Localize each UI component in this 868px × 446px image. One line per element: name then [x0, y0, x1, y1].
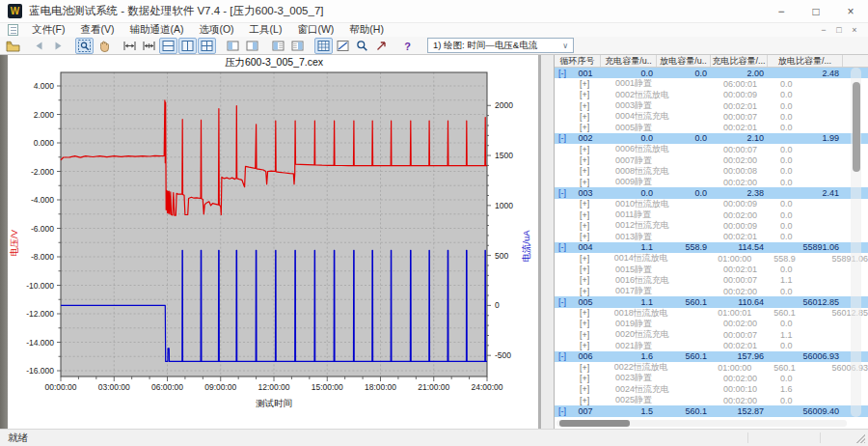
menu-item-2[interactable]: 辅助通道(A): [122, 23, 191, 37]
expand-x-icon[interactable]: [121, 38, 139, 54]
menu-item-1[interactable]: 查看(V): [72, 23, 122, 37]
plot-type-dropdown[interactable]: 1) 绘图: 时间—电压&电流 ∨: [427, 38, 574, 53]
zoom-icon[interactable]: [353, 38, 371, 54]
step-value: 0.0: [769, 341, 827, 350]
step-row[interactable]: [+]0005静置00:02:010.0: [555, 122, 868, 132]
column-header-1[interactable]: 充电容量/u..: [601, 55, 657, 67]
step-value: 0.0: [769, 221, 827, 231]
expand-toggle-icon[interactable]: [+]: [580, 112, 615, 122]
expand-toggle-icon[interactable]: [+]: [580, 287, 615, 296]
expand-toggle-icon[interactable]: [+]: [580, 178, 615, 187]
expand-toggle-icon[interactable]: [+]: [580, 363, 614, 373]
plot-style-icon[interactable]: [334, 38, 352, 54]
cycle-row[interactable]: [-]0051.1560.1110.6456012.85: [555, 296, 868, 307]
expand-toggle-icon[interactable]: [+]: [580, 210, 615, 220]
forward-icon[interactable]: [49, 38, 68, 54]
svg-text:4.000: 4.000: [34, 81, 55, 91]
zoom-select-icon[interactable]: [75, 38, 94, 54]
step-row[interactable]: [+]0017静置00:02:000.0: [555, 286, 868, 296]
mdi-minimize-button[interactable]: −: [816, 25, 831, 35]
menu-item-6[interactable]: 帮助(H): [341, 23, 392, 37]
cycle-row[interactable]: [-]0071.5560.1152.8756009.40: [555, 405, 868, 416]
expand-toggle-icon[interactable]: [+]: [580, 374, 615, 383]
collapse-toggle-icon[interactable]: [-]: [555, 69, 570, 78]
step-row[interactable]: [+]0009静置00:02:000.0: [555, 177, 868, 187]
column-header-3[interactable]: 充电比容量/...: [711, 55, 768, 67]
expand-toggle-icon[interactable]: [+]: [580, 265, 615, 274]
pan-icon[interactable]: [95, 38, 113, 54]
expand-toggle-icon[interactable]: [+]: [580, 308, 614, 318]
expand-toggle-icon[interactable]: [+]: [580, 145, 615, 154]
minimize-button[interactable]: −: [764, 0, 799, 22]
back-icon[interactable]: [30, 38, 48, 54]
split-quad-icon[interactable]: [198, 38, 216, 54]
maximize-button[interactable]: □: [799, 0, 833, 22]
expand-toggle-icon[interactable]: [+]: [580, 199, 615, 209]
expand-toggle-icon[interactable]: [+]: [580, 90, 615, 99]
collapse-toggle-icon[interactable]: [-]: [555, 188, 570, 198]
step-value: 0.0: [769, 396, 827, 405]
collapse-toggle-icon[interactable]: [-]: [555, 133, 570, 143]
compress-x-icon[interactable]: [140, 38, 158, 54]
mdi-close-button[interactable]: ×: [847, 25, 862, 35]
step-time: 00:00:07: [712, 112, 769, 122]
menu-item-4[interactable]: 工具(L): [242, 23, 290, 37]
step-time: 01:00:00: [707, 254, 762, 264]
expand-toggle-icon[interactable]: [+]: [580, 101, 615, 111]
expand-toggle-icon[interactable]: [+]: [580, 341, 615, 350]
help-icon[interactable]: ?: [398, 38, 417, 54]
cycle-id: 004: [570, 242, 601, 252]
pane-right-icon[interactable]: [243, 38, 261, 54]
expand-toggle-icon[interactable]: [+]: [580, 319, 615, 328]
split-vertical-icon[interactable]: [178, 38, 197, 54]
expand-toggle-icon[interactable]: [+]: [580, 221, 615, 231]
expand-toggle-icon[interactable]: [+]: [580, 79, 615, 89]
step-row[interactable]: [+]0013静置00:02:010.0: [555, 231, 868, 241]
horizontal-scrollbar[interactable]: [556, 420, 847, 427]
discharge-specific-capacity: 1.99: [768, 133, 843, 143]
pane-left-icon[interactable]: [224, 38, 242, 54]
horizontal-scrollbar-thumb[interactable]: [559, 420, 630, 427]
column-header-4[interactable]: 放电比容量/...: [768, 55, 843, 67]
collapse-toggle-icon[interactable]: [-]: [555, 351, 570, 361]
collapse-toggle-icon[interactable]: [-]: [555, 297, 570, 307]
chart[interactable]: 00:00:0003:00:0006:00:0009:00:0012:00:00…: [8, 55, 538, 427]
cycle-row[interactable]: [-]0061.6560.1157.9656006.93: [555, 351, 868, 362]
panel-splitter[interactable]: [538, 55, 541, 429]
column-header-filler: [843, 55, 868, 67]
mdi-restore-button[interactable]: □: [831, 25, 847, 35]
expand-toggle-icon[interactable]: [+]: [580, 396, 615, 405]
column-header-0[interactable]: 循环序号: [555, 55, 601, 67]
expand-toggle-icon[interactable]: [+]: [580, 254, 614, 264]
step-value: 0.0: [769, 265, 827, 274]
menu-item-0[interactable]: 文件(F): [24, 23, 72, 37]
expand-toggle-icon[interactable]: [+]: [580, 384, 615, 394]
cycle-row[interactable]: [-]0041.1558.9114.5455891.06: [555, 242, 868, 253]
menu-item-5[interactable]: 窗口(W): [289, 23, 341, 37]
grid-view-icon[interactable]: [314, 38, 333, 54]
step-row[interactable]: [+]0021静置00:02:010.0: [555, 340, 868, 350]
column-header-2[interactable]: 放电容量/u..: [657, 55, 711, 67]
close-button[interactable]: ×: [833, 0, 868, 22]
collapse-toggle-icon[interactable]: [-]: [555, 242, 570, 252]
pane-right-detail-icon[interactable]: [288, 38, 307, 54]
expand-toggle-icon[interactable]: [+]: [580, 166, 615, 176]
expand-toggle-icon[interactable]: [+]: [580, 155, 615, 165]
split-horizontal-icon[interactable]: [159, 38, 177, 54]
svg-text:2.000: 2.000: [34, 110, 55, 120]
expand-toggle-icon[interactable]: [+]: [580, 330, 615, 340]
chart-panel[interactable]: 00:00:0003:00:0006:00:0009:00:0012:00:00…: [8, 55, 538, 429]
vertical-scrollbar[interactable]: [851, 68, 861, 417]
expand-toggle-icon[interactable]: [+]: [580, 123, 615, 132]
vertical-scrollbar-thumb[interactable]: [853, 82, 860, 172]
pane-left-detail-icon[interactable]: [269, 38, 287, 54]
open-file-icon[interactable]: [4, 38, 22, 54]
menu-item-3[interactable]: 选项(O): [191, 23, 241, 37]
pointer-icon[interactable]: [372, 38, 391, 54]
collapse-toggle-icon[interactable]: [-]: [555, 406, 570, 416]
step-row[interactable]: [+]0025静置00:02:000.0: [555, 395, 868, 405]
expand-toggle-icon[interactable]: [+]: [580, 275, 615, 285]
cycle-id: 002: [570, 133, 601, 143]
resize-grip[interactable]: [855, 433, 865, 443]
expand-toggle-icon[interactable]: [+]: [580, 232, 615, 241]
